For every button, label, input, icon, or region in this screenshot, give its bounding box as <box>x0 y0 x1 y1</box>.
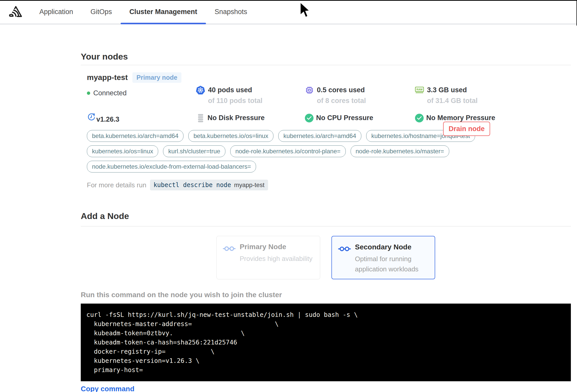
your-nodes-title: Your nodes <box>81 52 571 62</box>
cpu-pressure-condition: No CPU Pressure <box>305 112 415 123</box>
primary-node-option[interactable]: Primary Node Provides high availability <box>216 236 320 279</box>
command-arg: myapp-test <box>234 181 264 189</box>
memory-used-value: 3.3 GB used <box>427 86 467 94</box>
node-label-tag: node-role.kubernetes.io/master= <box>351 145 449 157</box>
disk-pressure-condition: No Disk Pressure <box>196 112 305 123</box>
join-command-terminal: curl -fsSL https://kurl.sh/jq-new-test-u… <box>81 304 571 381</box>
node-status: Connected <box>93 89 127 97</box>
add-node-title: Add a Node <box>81 211 571 221</box>
tab-gitops[interactable]: GitOps <box>82 0 121 24</box>
tab-cluster-management-label: Cluster Management <box>129 8 197 16</box>
link-nodes-icon <box>223 245 236 272</box>
pods-total: of 110 pods total <box>196 97 305 105</box>
ram-icon: RAM <box>415 86 424 95</box>
primary-node-option-desc: Provides high availability <box>240 253 313 264</box>
tab-snapshots[interactable]: Snapshots <box>206 0 256 24</box>
top-navbar: Application GitOps Cluster Management Sn… <box>0 0 577 24</box>
check-icon <box>305 114 314 122</box>
tab-snapshots-label: Snapshots <box>215 8 247 16</box>
node-label-tag: kubernetes.io/arch=amd64 <box>278 130 361 142</box>
node-label-tag: node.kubernetes.io/exclude-from-external… <box>87 161 256 172</box>
screenshot-top-edge <box>0 0 577 1</box>
link-nodes-icon <box>338 246 351 272</box>
secondary-node-option[interactable]: Secondary Node Optimal for running appli… <box>331 236 435 279</box>
node-type-options: Primary Node Provides high availability … <box>81 236 571 279</box>
node-label-tag: beta.kubernetes.io/arch=amd64 <box>87 130 183 142</box>
version-update-icon <box>87 112 96 121</box>
join-command-text: curl -fsSL https://kurl.sh/jq-new-test-u… <box>86 310 566 375</box>
details-hint: For more details run <box>87 181 146 189</box>
cores-used-value: 0.5 cores used <box>317 86 365 94</box>
version-label: v1.26.3 <box>96 116 119 123</box>
disk-icon <box>196 113 205 122</box>
memory-stat: RAM 3.3 GB used of 31.4 GB total <box>415 86 571 105</box>
node-label-tag: node-role.kubernetes.io/control-plane= <box>230 145 346 157</box>
cpu-stat: 0.5 cores used of 8 cores total <box>305 86 415 105</box>
memory-pressure-condition: No Memory Pressure <box>415 112 571 123</box>
node-name: myapp-test <box>87 73 128 82</box>
cpu-icon <box>305 86 314 95</box>
kubernetes-pods-icon <box>196 86 205 95</box>
command-text: kubectl describe node <box>154 181 231 189</box>
section-divider <box>81 65 571 65</box>
node-labels: beta.kubernetes.io/arch=amd64 beta.kuber… <box>87 130 571 172</box>
cores-total: of 8 cores total <box>305 97 415 105</box>
pods-stat: 40 pods used of 110 pods total <box>196 86 305 105</box>
tab-gitops-label: GitOps <box>90 8 112 16</box>
cpu-pressure-label: No CPU Pressure <box>316 114 373 122</box>
tab-application[interactable]: Application <box>31 0 82 24</box>
node-card: myapp-test Primary node Connected <box>81 72 571 190</box>
secondary-node-option-title: Secondary Node <box>355 243 429 251</box>
copy-command-link[interactable]: Copy command <box>81 385 134 392</box>
svg-text:RAM: RAM <box>417 88 423 91</box>
node-label-tag: kurl.sh/cluster=true <box>163 145 225 157</box>
node-label-tag: kubernetes.io/os=linux <box>87 145 158 157</box>
tab-cluster-management[interactable]: Cluster Management <box>121 0 206 24</box>
pods-used-value: 40 pods used <box>208 86 252 94</box>
primary-node-option-title: Primary Node <box>240 243 313 251</box>
connected-status-dot <box>87 91 90 95</box>
node-version: v1.26.3 <box>87 112 196 123</box>
memory-pressure-label: No Memory Pressure <box>426 114 495 122</box>
drain-node-button[interactable]: Drain node <box>443 122 490 136</box>
nav-tabs: Application GitOps Cluster Management Sn… <box>31 0 256 24</box>
tab-application-label: Application <box>39 8 73 16</box>
mouse-cursor <box>299 2 310 19</box>
app-logo-icon <box>0 0 31 24</box>
kubectl-describe-command: kubectl describe node myapp-test <box>150 180 268 190</box>
node-label-tag: beta.kubernetes.io/os=linux <box>188 130 273 142</box>
primary-node-badge: Primary node <box>132 72 181 83</box>
disk-pressure-label: No Disk Pressure <box>207 114 265 122</box>
main-content: Your nodes myapp-test Primary node Conne… <box>81 52 571 392</box>
check-icon <box>415 114 424 122</box>
section-divider <box>81 226 571 226</box>
active-tab-underline <box>121 23 206 24</box>
join-command-instruction: Run this command on the node you wish to… <box>81 291 571 299</box>
memory-total: of 31.4 GB total <box>415 97 571 105</box>
secondary-node-option-desc: Optimal for running application workload… <box>355 254 429 274</box>
